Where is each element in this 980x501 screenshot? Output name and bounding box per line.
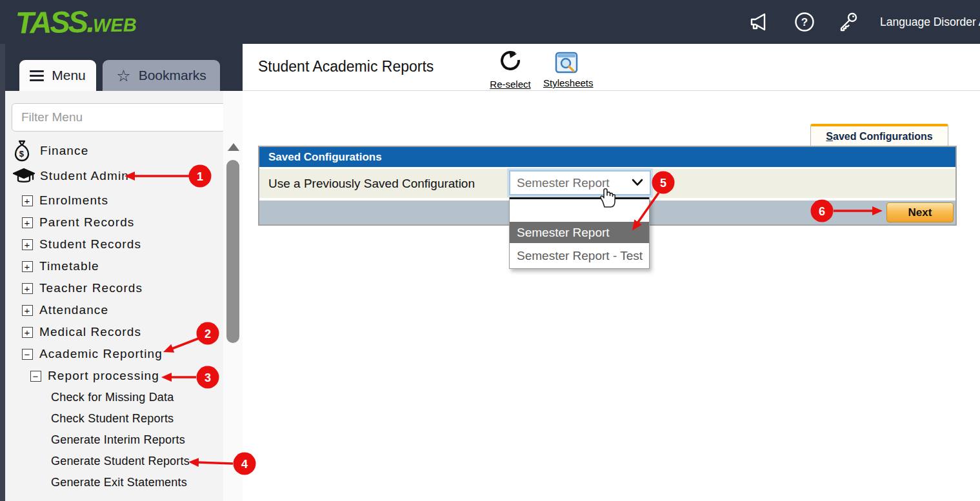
tab-bookmarks[interactable]: ☆ Bookmarks (103, 60, 220, 91)
tab-menu[interactable]: Menu (19, 60, 96, 91)
left-edge-strip (0, 44, 5, 501)
tass-web-logo[interactable]: TASS.WEB (15, 3, 137, 40)
sidebar-item-label: Finance (40, 144, 88, 158)
sidebar-item-parent-records[interactable]: + Parent Records (22, 211, 134, 233)
topbar-actions: ? Language Disorder Au (748, 0, 980, 44)
sidebar-scrollbar-thumb[interactable] (226, 160, 239, 343)
reselect-label[interactable]: Re-select (487, 79, 534, 90)
section-title: Saved Configurations (268, 151, 382, 164)
sidebar-item-student-records[interactable]: + Student Records (22, 233, 141, 255)
expand-icon[interactable]: + (22, 327, 33, 338)
megaphone-icon[interactable] (748, 10, 773, 34)
sidebar-item-medical-records[interactable]: + Medical Records (22, 321, 141, 343)
star-icon: ☆ (116, 68, 130, 84)
sidebar-item-check-for-missing-data[interactable]: Check for Missing Data (51, 386, 174, 408)
hamburger-icon (30, 68, 44, 84)
sidebar-item-label: Check for Missing Data (51, 391, 174, 404)
chevron-down-icon (632, 177, 643, 189)
tab-bookmarks-label: Bookmarks (139, 68, 206, 83)
sidebar-item-label: Teacher Records (39, 281, 143, 295)
sidebar-item-report-processing[interactable]: − Report processing (30, 365, 159, 387)
sidebar-item-attendance[interactable]: + Attendance (22, 299, 108, 321)
undo-rotate-icon (497, 66, 523, 77)
key-icon[interactable] (836, 10, 861, 34)
help-icon[interactable]: ? (792, 10, 817, 34)
option-semester-report-test[interactable]: Semester Report - Test (510, 243, 649, 268)
expand-icon[interactable]: + (22, 283, 33, 294)
sidebar-item-label: Academic Reporting (39, 347, 163, 361)
next-button[interactable]: Next (886, 202, 954, 222)
sidebar-item-label: Report processing (48, 369, 159, 383)
sidebar-item-label: Student Admin (40, 169, 129, 183)
sidebar-item-label: Student Records (39, 237, 141, 251)
expand-icon[interactable]: + (22, 195, 33, 206)
sidebar-item-label: Medical Records (39, 325, 141, 339)
collapse-icon[interactable]: − (22, 349, 33, 360)
svg-text:?: ? (801, 16, 808, 28)
sidebar-item-label: Attendance (39, 303, 108, 317)
graduation-cap-icon (12, 166, 37, 186)
sidebar-item-timetable[interactable]: + Timetable (22, 255, 99, 277)
sidebar-item-label: Generate Student Reports (51, 455, 190, 468)
sidebar-item-generate-student-reports[interactable]: Generate Student Reports (51, 450, 190, 472)
sidebar-item-label: Enrolments (39, 193, 108, 208)
scrollbar-up-arrow[interactable] (228, 143, 239, 151)
option-empty[interactable] (510, 199, 649, 222)
svg-text:$: $ (19, 149, 25, 159)
logged-in-user-label[interactable]: Language Disorder Au (880, 15, 980, 29)
filter-menu-input[interactable] (12, 103, 230, 132)
collapse-icon[interactable]: − (30, 371, 41, 382)
sidebar-item-enrolments[interactable]: + Enrolments (22, 190, 108, 211)
sidebar-menu-panel: $ Finance Student Admin + Enrolments + P… (5, 91, 243, 501)
sidebar-item-academic-reporting[interactable]: − Academic Reporting (22, 343, 163, 365)
sidebar-item-label: Generate Interim Reports (51, 433, 185, 447)
page-title: Student Academic Reports (258, 58, 434, 75)
field-label: Use a Previously Saved Configuration (268, 177, 475, 191)
sidebar-item-label: Timetable (39, 259, 99, 273)
stylesheets-label[interactable]: Stylesheets (543, 77, 590, 88)
select-dropdown-list: Semester Report Semester Report - Test (509, 197, 650, 269)
sidebar-item-generate-interim-reports[interactable]: Generate Interim Reports (51, 429, 185, 451)
sidebar-item-finance[interactable]: $ Finance (12, 140, 88, 162)
sidebar-item-generate-exit-statements[interactable]: Generate Exit Statements (51, 471, 187, 493)
saved-configuration-select[interactable]: Semester Report (509, 170, 651, 195)
hand-cursor (598, 186, 619, 211)
sidebar-item-label: Check Student Reports (51, 412, 174, 426)
tab-menu-label: Menu (52, 68, 86, 83)
sidebar-item-label: Parent Records (39, 215, 134, 230)
stylesheets-action[interactable]: Stylesheets (543, 52, 590, 88)
expand-icon[interactable]: + (22, 305, 33, 316)
reselect-action[interactable]: Re-select (487, 49, 534, 90)
expand-icon[interactable]: + (22, 217, 33, 228)
sidebar-item-student-admin[interactable]: Student Admin (12, 165, 129, 187)
sidebar-item-label: Generate Exit Statements (51, 476, 187, 489)
sidebar-item-teacher-records[interactable]: + Teacher Records (22, 277, 143, 299)
tab-saved-configurations[interactable]: Saved Configurations (810, 124, 948, 147)
magnifier-window-icon (555, 64, 578, 75)
sidebar-item-check-student-reports[interactable]: Check Student Reports (51, 408, 174, 429)
money-bag-icon: $ (12, 140, 37, 162)
section-header: Saved Configurations (259, 147, 955, 167)
option-semester-report[interactable]: Semester Report (510, 222, 649, 243)
app-window: TASS.WEB Menu ☆ Bookmarks ? (0, 0, 980, 501)
expand-icon[interactable]: + (22, 261, 33, 272)
expand-icon[interactable]: + (22, 239, 33, 250)
